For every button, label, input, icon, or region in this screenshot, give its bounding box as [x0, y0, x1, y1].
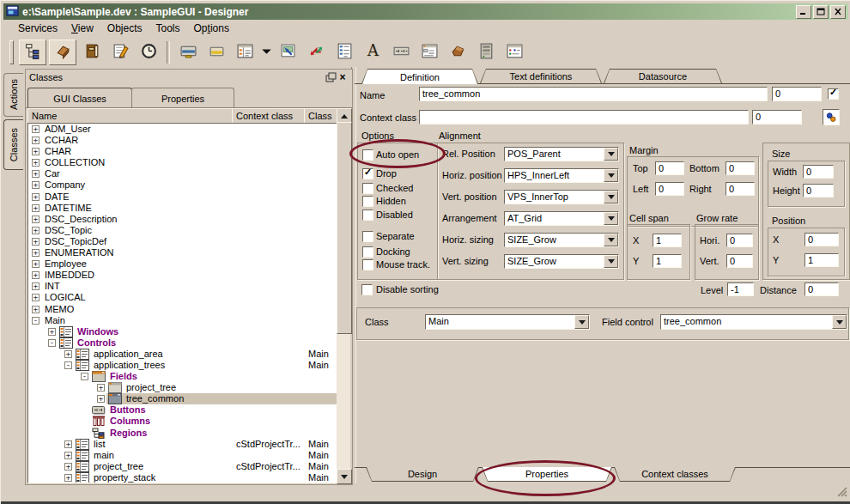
tree-row[interactable]: +project_tree [28, 382, 337, 393]
tree-expand-toggle[interactable]: + [64, 440, 72, 448]
tab-properties-bottom[interactable]: Properties [482, 467, 612, 482]
eraser-ball-button[interactable] [445, 40, 471, 64]
image-export-button[interactable] [275, 40, 301, 64]
tree-expand-toggle[interactable]: + [32, 294, 39, 301]
tree-row[interactable]: -application_treesMain [28, 360, 337, 371]
grow-rate-vert-input[interactable]: 0 [726, 254, 753, 268]
tree-expand-toggle[interactable]: + [64, 463, 72, 471]
menu-objects[interactable]: Objects [100, 21, 149, 36]
dropdown-arrow-icon[interactable] [604, 169, 618, 182]
dialog-items-button[interactable] [501, 40, 527, 64]
checkbox-checked[interactable] [362, 183, 373, 194]
swap-arrows-button[interactable] [303, 40, 329, 64]
dropdown-arrow-icon[interactable] [604, 212, 618, 225]
tab-context-classes[interactable]: Context classes [614, 467, 736, 482]
tree-row[interactable]: +IMBEDDED [28, 270, 337, 281]
tab-properties-left[interactable]: Properties [131, 88, 234, 108]
checkbox-separate[interactable] [362, 231, 373, 242]
form-window-button[interactable] [416, 40, 442, 64]
tree-expand-toggle[interactable]: + [64, 350, 72, 358]
tree-expand-toggle[interactable]: + [64, 474, 72, 482]
tree-expand-toggle[interactable]: - [64, 361, 72, 369]
tree-row[interactable]: +CCHAR [28, 135, 337, 146]
drive-blue-button[interactable] [175, 40, 201, 64]
tab-text-definitions[interactable]: Text definitions [480, 69, 602, 83]
tree-row[interactable]: +DATE [28, 191, 337, 203]
class-dropdown[interactable]: Main [425, 314, 590, 330]
column-header-name[interactable]: Name [27, 108, 237, 124]
disable-sorting-checkbox[interactable] [361, 284, 373, 295]
tree-expand-toggle[interactable]: + [32, 193, 39, 201]
title-bar[interactable]: e:\Sample\Sample.dev : SampleGUI - Desig… [3, 3, 848, 20]
close-panel-icon[interactable]: × [337, 72, 349, 83]
mini-button-button[interactable] [388, 40, 414, 64]
margin-bottom-input[interactable]: 0 [726, 161, 755, 175]
position-y-input[interactable]: 1 [804, 253, 839, 267]
dropdown-vert-sizing[interactable]: SIZE_Grow [504, 254, 619, 269]
distance-input[interactable]: 0 [804, 282, 839, 296]
book-button[interactable] [79, 40, 105, 64]
tree-expand-toggle[interactable]: + [32, 204, 39, 212]
tree-expand-toggle[interactable]: + [32, 282, 39, 290]
dropdown-vert-position[interactable]: VPS_InnerTop [504, 190, 619, 204]
tree-row[interactable]: -Main [28, 315, 337, 326]
tree-expand-toggle[interactable]: + [97, 384, 105, 392]
tree-expand-toggle[interactable]: + [64, 452, 72, 459]
close-button[interactable] [830, 5, 846, 19]
tree-expand-toggle[interactable]: + [32, 249, 39, 257]
tree-expand-toggle[interactable]: + [32, 260, 39, 268]
name-input[interactable]: tree_common [419, 87, 768, 101]
size-height-input[interactable]: 0 [803, 184, 834, 197]
tree-expand-toggle[interactable]: + [32, 181, 39, 189]
tree-row[interactable]: Buttons [28, 404, 337, 416]
margin-right-input[interactable]: 0 [726, 182, 755, 196]
tree-expand-toggle[interactable]: + [48, 328, 56, 336]
field-control-dropdown[interactable]: tree_common [660, 314, 847, 330]
tree-row[interactable]: +MEMO [28, 304, 337, 315]
form-grid-button[interactable] [232, 40, 258, 64]
menu-view[interactable]: View [64, 21, 100, 36]
tree-expand-toggle[interactable]: + [32, 148, 39, 155]
tree-row[interactable]: +LOGICAL [28, 292, 337, 303]
tree-expand-toggle[interactable]: - [32, 317, 39, 325]
tree-row[interactable]: +tree_common [28, 393, 337, 404]
hierarchy-button[interactable] [19, 39, 46, 65]
name-number-input[interactable]: 0 [772, 87, 822, 101]
grow-rate-hori-input[interactable]: 0 [726, 234, 753, 247]
tree-row[interactable]: +DSC_TopicDef [28, 236, 337, 247]
tree-expand-toggle[interactable]: + [32, 306, 39, 313]
tree-row[interactable]: +ENUMERATION [28, 247, 337, 258]
scrollbar-down-button[interactable] [337, 469, 352, 484]
minimize-button[interactable] [796, 5, 811, 19]
tree-row[interactable]: Regions [28, 428, 337, 439]
toolbar-grip[interactable] [9, 40, 14, 64]
menu-tools[interactable]: Tools [149, 21, 187, 36]
margin-top-input[interactable]: 0 [655, 161, 684, 175]
dropdown-arrow-icon[interactable] [604, 255, 618, 268]
dropdown-arrow-icon[interactable] [604, 148, 618, 161]
checkbox-drop[interactable] [362, 168, 373, 179]
tree-expand-toggle[interactable]: + [97, 395, 105, 403]
tree-row[interactable]: +Company [28, 179, 337, 191]
tree-expand-toggle[interactable]: + [32, 227, 39, 234]
cell-span-x-input[interactable]: 1 [653, 234, 682, 247]
dropdown-rel-position[interactable]: POS_Parent [504, 147, 619, 161]
dropdown-arrangement[interactable]: AT_Grid [504, 211, 619, 226]
server-button[interactable] [473, 40, 499, 64]
tree-expand-toggle[interactable]: + [32, 137, 39, 144]
dropdown-horiz-sizing[interactable]: SIZE_Grow [504, 233, 619, 247]
tab-gui-classes[interactable]: GUI Classes [27, 88, 132, 109]
tree-row[interactable]: +Employee [28, 258, 337, 270]
dropdown-arrow-icon[interactable] [574, 315, 589, 329]
margin-left-input[interactable]: 0 [655, 182, 684, 196]
position-x-input[interactable]: 0 [804, 233, 839, 246]
sidebar-tab-classes[interactable]: Classes [3, 119, 23, 170]
resize-grip[interactable] [835, 485, 847, 497]
tree-row[interactable]: -Fields [28, 371, 337, 382]
sidebar-tab-actions[interactable]: Actions [3, 73, 23, 117]
tree-expand-toggle[interactable]: + [32, 125, 39, 133]
tab-definition[interactable]: Definition [361, 69, 478, 84]
dropdown-arrow-button[interactable] [260, 40, 272, 64]
dropdown-horiz-position[interactable]: HPS_InnerLeft [504, 168, 619, 183]
tree-row[interactable]: +ADM_User [28, 124, 337, 135]
